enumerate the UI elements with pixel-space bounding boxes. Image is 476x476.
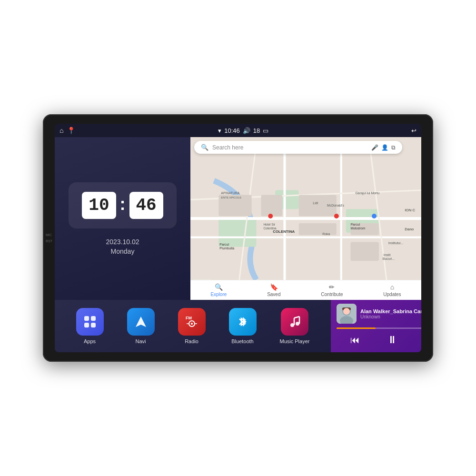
- search-icon: 🔍: [201, 144, 208, 151]
- app-apps[interactable]: Apps: [76, 308, 104, 344]
- map-search-placeholder: Search here: [212, 144, 367, 151]
- signal-icon: ▾: [218, 127, 221, 134]
- bluetooth-icon: [229, 308, 257, 336]
- music-avatar: [337, 304, 357, 324]
- map-nav-saved[interactable]: 🔖 Saved: [267, 283, 280, 297]
- clock-separator: :: [120, 194, 126, 214]
- map-pin-icon[interactable]: 📍: [67, 127, 75, 134]
- map-svg: APINATURA ENTE APICOLE Lidl Garajul lui …: [190, 137, 421, 300]
- music-controls: ⏮ ⏸ ⏭: [337, 333, 421, 347]
- svg-text:COLENTINA: COLENTINA: [273, 229, 295, 234]
- music-info: Alan Walker_Sabrina Carpenter_F... Unkno…: [337, 304, 421, 324]
- back-icon[interactable]: ↩: [411, 127, 416, 134]
- updates-label: Updates: [383, 292, 401, 297]
- date-display: 2023.10.02 Monday: [106, 238, 139, 255]
- svg-text:Bucuri...: Bucuri...: [383, 257, 395, 260]
- screen: ⌂ 📍 ▾ 10:46 🔊 18 ▭ ↩ 10 : 46: [55, 124, 421, 352]
- map-nav-updates[interactable]: ⌂ Updates: [383, 283, 401, 297]
- navi-label: Navi: [135, 338, 146, 344]
- svg-text:APINATURA: APINATURA: [221, 191, 239, 195]
- svg-text:Parcul: Parcul: [219, 243, 229, 246]
- apps-label: Apps: [84, 338, 96, 344]
- status-center: ▾ 10:46 🔊 18 ▭: [218, 127, 268, 134]
- saved-icon: 🔖: [270, 283, 278, 291]
- bottom-row: Apps Navi FM: [55, 300, 421, 352]
- music-title: Alan Walker_Sabrina Carpenter_F...: [360, 308, 421, 314]
- prev-button[interactable]: ⏮: [347, 334, 364, 347]
- account-icon[interactable]: 👤: [381, 144, 388, 151]
- svg-rect-41: [84, 316, 89, 321]
- radio-label: Radio: [185, 338, 198, 344]
- map-search-bar[interactable]: 🔍 Search here 🎤 👤 ⧉: [194, 141, 402, 154]
- mic-label: MIC: [46, 233, 52, 237]
- side-labels: MIC RST: [46, 233, 52, 243]
- svg-rect-15: [351, 242, 379, 261]
- status-left-icons: ⌂ 📍: [60, 127, 75, 134]
- map-nav-explore[interactable]: 🔍 Explore: [210, 283, 227, 297]
- status-right: ↩: [411, 127, 416, 134]
- app-radio[interactable]: FM Radio: [178, 308, 206, 344]
- svg-point-48: [191, 323, 193, 325]
- svg-marker-45: [136, 317, 146, 327]
- app-navi[interactable]: Navi: [127, 308, 155, 344]
- layers-icon[interactable]: ⧉: [391, 144, 396, 151]
- svg-rect-12: [299, 223, 337, 235]
- rst-label: RST: [46, 239, 52, 243]
- map-nav-contribute[interactable]: ✏ Contribute: [321, 283, 343, 297]
- music-progress-bar[interactable]: [337, 327, 421, 329]
- clock-minute: 46: [129, 192, 163, 219]
- svg-point-17: [268, 214, 273, 218]
- right-panel: APINATURA ENTE APICOLE Lidl Garajul lui …: [190, 137, 421, 300]
- status-time: 10:46: [224, 127, 240, 134]
- svg-text:Institutui...: Institutui...: [388, 241, 404, 245]
- svg-text:Dano: Dano: [405, 227, 414, 231]
- app-music-player[interactable]: Music Player: [280, 308, 310, 344]
- svg-text:Plumbuita: Plumbuita: [219, 247, 234, 250]
- explore-icon: 🔍: [215, 283, 223, 291]
- clock-widget: 10 : 46: [69, 182, 176, 228]
- svg-text:Hotel Sir: Hotel Sir: [263, 223, 275, 226]
- mic-search-icon[interactable]: 🎤: [371, 144, 378, 151]
- svg-point-62: [343, 308, 350, 315]
- app-bluetooth[interactable]: Bluetooth: [229, 308, 257, 344]
- apps-panel: Apps Navi FM: [55, 300, 331, 352]
- svg-rect-43: [84, 323, 89, 327]
- bluetooth-label: Bluetooth: [231, 338, 253, 344]
- left-panel: 10 : 46 2023.10.02 Monday: [55, 137, 190, 300]
- svg-text:McDonald's: McDonald's: [327, 204, 344, 207]
- saved-label: Saved: [267, 292, 280, 297]
- svg-text:ION C: ION C: [405, 208, 415, 212]
- svg-text:Colentina: Colentina: [263, 227, 277, 230]
- svg-text:Parcul: Parcul: [351, 223, 360, 226]
- battery-level: 18: [253, 127, 260, 134]
- music-panel: Alan Walker_Sabrina Carpenter_F... Unkno…: [331, 300, 421, 352]
- apps-icon: [76, 308, 104, 336]
- svg-point-19: [372, 214, 377, 218]
- play-pause-button[interactable]: ⏸: [383, 333, 401, 347]
- svg-text:ENTE APICOLE: ENTE APICOLE: [221, 196, 241, 199]
- music-text: Alan Walker_Sabrina Carpenter_F... Unkno…: [360, 308, 421, 319]
- svg-text:Instit: Instit: [384, 253, 391, 257]
- svg-text:Roka: Roka: [322, 232, 330, 236]
- volume-icon: 🔊: [243, 127, 250, 134]
- contribute-label: Contribute: [321, 292, 343, 297]
- day-value: Monday: [106, 248, 139, 255]
- svg-rect-11: [261, 195, 282, 217]
- map-bottom-nav: 🔍 Explore 🔖 Saved ✏ Contribute ⌂: [190, 280, 421, 300]
- date-value: 2023.10.02: [106, 238, 139, 246]
- svg-text:Lidl: Lidl: [313, 201, 318, 205]
- clock-hour: 10: [82, 192, 116, 219]
- home-icon[interactable]: ⌂: [60, 127, 63, 134]
- navi-icon: [127, 308, 155, 336]
- svg-point-18: [334, 214, 339, 218]
- status-bar: ⌂ 📍 ▾ 10:46 🔊 18 ▭ ↩: [55, 124, 421, 137]
- updates-icon: ⌂: [390, 283, 394, 291]
- music-progress-fill: [337, 327, 376, 329]
- svg-text:Garajul lui Mortu: Garajul lui Mortu: [355, 191, 379, 195]
- radio-icon: FM: [178, 308, 206, 336]
- contribute-icon: ✏: [329, 283, 335, 291]
- svg-rect-42: [91, 316, 96, 321]
- music-player-label: Music Player: [280, 338, 310, 344]
- explore-label: Explore: [210, 292, 227, 297]
- map-container[interactable]: APINATURA ENTE APICOLE Lidl Garajul lui …: [190, 137, 421, 300]
